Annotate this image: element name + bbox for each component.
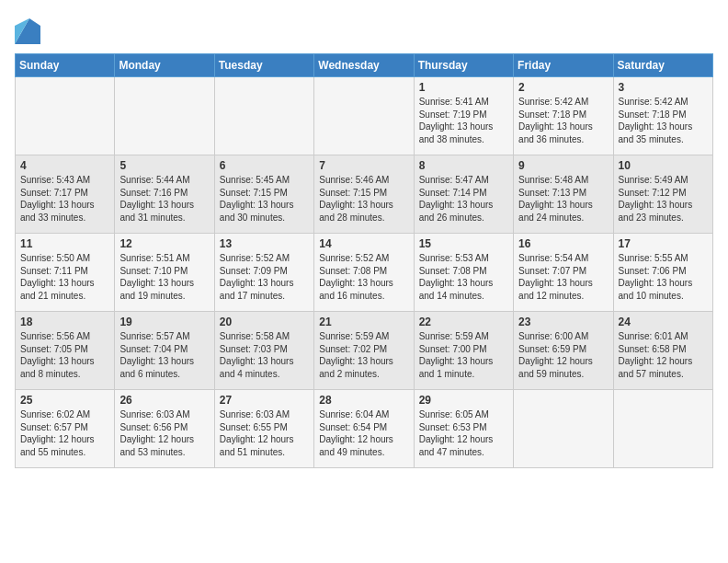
header-day: Monday [115,54,214,77]
calendar-cell [514,390,613,468]
calendar-cell [314,77,414,155]
day-number: 16 [518,237,608,250]
cell-content: Sunrise: 5:50 AM Sunset: 7:11 PM Dayligh… [20,252,109,302]
cell-content: Sunrise: 6:04 AM Sunset: 6:54 PM Dayligh… [319,408,408,458]
calendar-week-row: 1Sunrise: 5:41 AM Sunset: 7:19 PM Daylig… [16,77,713,155]
day-number: 5 [119,159,209,172]
cell-content: Sunrise: 5:52 AM Sunset: 7:08 PM Dayligh… [319,252,408,302]
calendar-cell: 9Sunrise: 5:48 AM Sunset: 7:13 PM Daylig… [514,155,613,234]
day-number: 21 [319,316,408,328]
calendar-cell: 7Sunrise: 5:46 AM Sunset: 7:15 PM Daylig… [314,155,414,234]
header-day: Saturday [613,54,712,77]
day-number: 19 [119,316,209,328]
day-number: 22 [419,316,508,328]
cell-content: Sunrise: 5:59 AM Sunset: 7:00 PM Dayligh… [419,330,508,380]
cell-content: Sunrise: 6:02 AM Sunset: 6:57 PM Dayligh… [20,408,109,458]
cell-content: Sunrise: 6:03 AM Sunset: 6:56 PM Dayligh… [119,408,209,458]
calendar-cell: 20Sunrise: 5:58 AM Sunset: 7:03 PM Dayli… [214,312,313,390]
cell-content: Sunrise: 6:05 AM Sunset: 6:53 PM Dayligh… [419,408,508,458]
day-number: 14 [319,237,408,250]
header-row: SundayMondayTuesdayWednesdayThursdayFrid… [16,54,713,77]
calendar-week-row: 18Sunrise: 5:56 AM Sunset: 7:05 PM Dayli… [16,312,713,390]
day-number: 25 [20,394,109,407]
calendar-cell: 25Sunrise: 6:02 AM Sunset: 6:57 PM Dayli… [16,390,115,468]
calendar-cell: 4Sunrise: 5:43 AM Sunset: 7:17 PM Daylig… [16,155,115,234]
cell-content: Sunrise: 5:52 AM Sunset: 7:09 PM Dayligh… [220,252,309,302]
header-day: Sunday [16,54,115,77]
calendar-cell: 11Sunrise: 5:50 AM Sunset: 7:11 PM Dayli… [16,234,115,312]
day-number: 12 [119,237,209,250]
cell-content: Sunrise: 5:47 AM Sunset: 7:14 PM Dayligh… [419,174,508,224]
cell-content: Sunrise: 5:45 AM Sunset: 7:15 PM Dayligh… [220,174,309,224]
day-number: 29 [419,394,508,407]
calendar-cell: 27Sunrise: 6:03 AM Sunset: 6:55 PM Dayli… [214,390,313,468]
day-number: 10 [619,159,708,172]
page-header [15,15,713,44]
calendar-cell: 2Sunrise: 5:42 AM Sunset: 7:18 PM Daylig… [514,77,613,155]
calendar-cell: 12Sunrise: 5:51 AM Sunset: 7:10 PM Dayli… [115,234,214,312]
day-number: 15 [419,237,508,250]
day-number: 13 [220,237,309,250]
cell-content: Sunrise: 5:56 AM Sunset: 7:05 PM Dayligh… [20,330,109,380]
day-number: 24 [619,316,708,328]
logo [15,18,44,44]
cell-content: Sunrise: 5:44 AM Sunset: 7:16 PM Dayligh… [119,174,209,224]
day-number: 2 [518,81,608,94]
calendar-cell [115,77,214,155]
header-day: Friday [514,54,613,77]
calendar-cell: 8Sunrise: 5:47 AM Sunset: 7:14 PM Daylig… [414,155,513,234]
cell-content: Sunrise: 5:51 AM Sunset: 7:10 PM Dayligh… [119,252,209,302]
calendar-cell: 6Sunrise: 5:45 AM Sunset: 7:15 PM Daylig… [214,155,313,234]
calendar-week-row: 11Sunrise: 5:50 AM Sunset: 7:11 PM Dayli… [16,234,713,312]
calendar-cell: 3Sunrise: 5:42 AM Sunset: 7:18 PM Daylig… [613,77,712,155]
calendar-cell: 1Sunrise: 5:41 AM Sunset: 7:19 PM Daylig… [414,77,513,155]
cell-content: Sunrise: 5:42 AM Sunset: 7:18 PM Dayligh… [518,96,608,145]
cell-content: Sunrise: 5:46 AM Sunset: 7:15 PM Dayligh… [319,174,408,224]
calendar-cell: 17Sunrise: 5:55 AM Sunset: 7:06 PM Dayli… [613,234,712,312]
cell-content: Sunrise: 6:03 AM Sunset: 6:55 PM Dayligh… [220,408,309,458]
day-number: 4 [20,159,109,172]
calendar-table: SundayMondayTuesdayWednesdayThursdayFrid… [15,53,713,468]
cell-content: Sunrise: 5:57 AM Sunset: 7:04 PM Dayligh… [119,330,209,380]
calendar-cell [214,77,313,155]
calendar-cell: 23Sunrise: 6:00 AM Sunset: 6:59 PM Dayli… [514,312,613,390]
day-number: 23 [518,316,608,328]
calendar-cell: 28Sunrise: 6:04 AM Sunset: 6:54 PM Dayli… [314,390,414,468]
day-number: 9 [518,159,608,172]
cell-content: Sunrise: 5:55 AM Sunset: 7:06 PM Dayligh… [619,252,708,302]
day-number: 7 [319,159,408,172]
cell-content: Sunrise: 5:42 AM Sunset: 7:18 PM Dayligh… [619,96,708,145]
day-number: 6 [220,159,309,172]
day-number: 20 [220,316,309,328]
cell-content: Sunrise: 5:54 AM Sunset: 7:07 PM Dayligh… [518,252,608,302]
cell-content: Sunrise: 5:41 AM Sunset: 7:19 PM Dayligh… [419,96,508,145]
calendar-cell: 26Sunrise: 6:03 AM Sunset: 6:56 PM Dayli… [115,390,214,468]
calendar-cell: 15Sunrise: 5:53 AM Sunset: 7:08 PM Dayli… [414,234,513,312]
day-number: 8 [419,159,508,172]
header-day: Wednesday [314,54,414,77]
calendar-week-row: 4Sunrise: 5:43 AM Sunset: 7:17 PM Daylig… [16,155,713,234]
calendar-cell [16,77,115,155]
cell-content: Sunrise: 5:58 AM Sunset: 7:03 PM Dayligh… [220,330,309,380]
calendar-cell: 24Sunrise: 6:01 AM Sunset: 6:58 PM Dayli… [613,312,712,390]
cell-content: Sunrise: 6:00 AM Sunset: 6:59 PM Dayligh… [518,330,608,380]
day-number: 26 [119,394,209,407]
day-number: 3 [619,81,708,94]
calendar-cell: 19Sunrise: 5:57 AM Sunset: 7:04 PM Dayli… [115,312,214,390]
calendar-cell: 14Sunrise: 5:52 AM Sunset: 7:08 PM Dayli… [314,234,414,312]
calendar-cell: 16Sunrise: 5:54 AM Sunset: 7:07 PM Dayli… [514,234,613,312]
calendar-cell: 21Sunrise: 5:59 AM Sunset: 7:02 PM Dayli… [314,312,414,390]
header-day: Tuesday [214,54,313,77]
day-number: 27 [220,394,309,407]
calendar-cell: 10Sunrise: 5:49 AM Sunset: 7:12 PM Dayli… [613,155,712,234]
cell-content: Sunrise: 5:49 AM Sunset: 7:12 PM Dayligh… [619,174,708,224]
calendar-cell: 5Sunrise: 5:44 AM Sunset: 7:16 PM Daylig… [115,155,214,234]
cell-content: Sunrise: 5:59 AM Sunset: 7:02 PM Dayligh… [319,330,408,380]
day-number: 1 [419,81,508,94]
calendar-cell: 29Sunrise: 6:05 AM Sunset: 6:53 PM Dayli… [414,390,513,468]
cell-content: Sunrise: 5:43 AM Sunset: 7:17 PM Dayligh… [20,174,109,224]
calendar-cell: 22Sunrise: 5:59 AM Sunset: 7:00 PM Dayli… [414,312,513,390]
calendar-cell [613,390,712,468]
cell-content: Sunrise: 6:01 AM Sunset: 6:58 PM Dayligh… [619,330,708,380]
day-number: 18 [20,316,109,328]
